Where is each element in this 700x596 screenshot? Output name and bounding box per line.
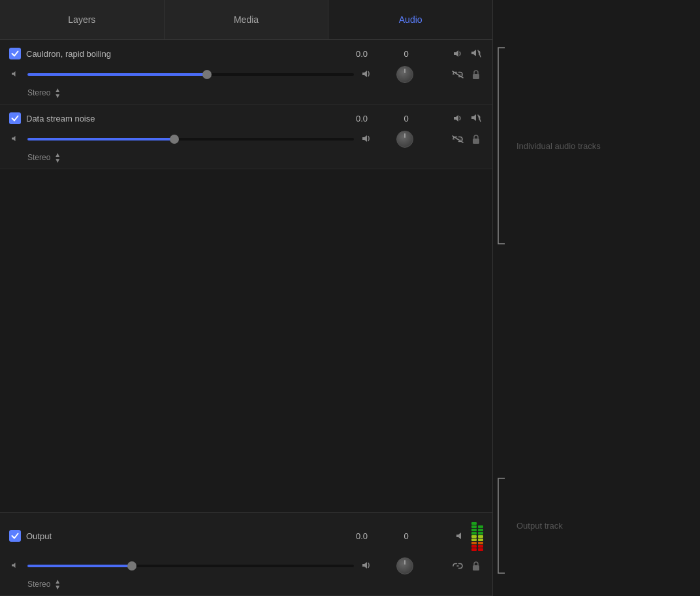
track-checkbox[interactable] bbox=[9, 112, 21, 124]
audio-panel: Layers Media Audio Cauldron, rapid bbox=[0, 0, 493, 596]
volume-slider[interactable] bbox=[27, 73, 354, 76]
output-volume-value: 0.0 bbox=[349, 531, 375, 541]
empty-area bbox=[0, 169, 492, 512]
output-bottom-icons bbox=[431, 559, 483, 573]
stereo-select[interactable]: ▲ ▼ bbox=[54, 87, 61, 99]
track-volume-value: 0.0 bbox=[349, 49, 375, 59]
output-track-annotation: Output track bbox=[493, 475, 689, 576]
track-name: Cauldron, rapid boiling bbox=[26, 49, 343, 59]
track-checkbox[interactable] bbox=[9, 48, 21, 59]
output-track-top: Output 0.0 0 bbox=[9, 520, 483, 552]
vol-high-icon bbox=[360, 69, 372, 80]
output-pan-knob[interactable] bbox=[396, 557, 413, 574]
pan-knob[interactable] bbox=[396, 66, 413, 83]
output-track-label: Output track bbox=[517, 521, 563, 531]
track-name: Data stream noise bbox=[26, 114, 343, 124]
speaker-icon[interactable] bbox=[451, 46, 465, 61]
slider-fill bbox=[27, 73, 207, 76]
vol-low-icon bbox=[9, 561, 21, 571]
output-bracket-svg bbox=[493, 475, 506, 576]
output-track-row: Output 0.0 0 bbox=[0, 513, 492, 596]
track-row: Cauldron, rapid boiling 0.0 0 bbox=[0, 40, 492, 105]
tab-layers[interactable]: Layers bbox=[0, 0, 165, 39]
output-track-section: Output 0.0 0 bbox=[0, 512, 492, 596]
slider-thumb[interactable] bbox=[202, 70, 212, 79]
output-lock-icon[interactable] bbox=[469, 559, 483, 573]
individual-tracks-label: Individual audio tracks bbox=[517, 141, 601, 151]
slider-fill bbox=[27, 138, 174, 141]
track-slider-row bbox=[9, 131, 483, 148]
lock-icon[interactable] bbox=[469, 132, 483, 146]
speaker-icon[interactable] bbox=[451, 111, 465, 125]
volume-slider[interactable] bbox=[27, 138, 354, 141]
track-controls bbox=[431, 46, 483, 61]
pan-knob-container bbox=[392, 131, 418, 148]
individual-tracks-annotation: Individual audio tracks bbox=[493, 44, 689, 247]
slider-thumb[interactable] bbox=[170, 135, 179, 144]
vol-high-icon bbox=[360, 561, 372, 572]
slider-fill bbox=[27, 565, 132, 567]
individual-bracket-svg bbox=[493, 44, 506, 247]
vol-low-icon bbox=[9, 70, 21, 80]
track-stereo-row: Stereo ▲ ▼ bbox=[27, 152, 483, 163]
svg-rect-2 bbox=[473, 74, 479, 79]
track-top-row: Data stream noise 0.0 0 bbox=[9, 111, 483, 125]
link-icon[interactable] bbox=[451, 67, 465, 82]
track-pan-value: 0 bbox=[393, 49, 419, 59]
lock-icon[interactable] bbox=[469, 67, 483, 82]
tracks-area: Cauldron, rapid boiling 0.0 0 bbox=[0, 40, 492, 596]
tab-bar: Layers Media Audio bbox=[0, 0, 492, 40]
track-top-row: Cauldron, rapid boiling 0.0 0 bbox=[9, 46, 483, 61]
link-icon[interactable] bbox=[451, 132, 465, 146]
tab-audio[interactable]: Audio bbox=[328, 0, 492, 39]
mute-slash-icon[interactable] bbox=[469, 111, 483, 125]
annotation-panel: Individual audio tracks Output track bbox=[493, 0, 700, 596]
track-volume-value: 0.0 bbox=[349, 114, 375, 124]
track-bottom-icons bbox=[431, 132, 483, 146]
stereo-select[interactable]: ▲ ▼ bbox=[54, 152, 61, 163]
output-pan-value: 0 bbox=[393, 531, 419, 541]
tab-media[interactable]: Media bbox=[165, 0, 329, 39]
output-volume-slider[interactable] bbox=[27, 565, 354, 567]
output-slider-row bbox=[9, 557, 483, 574]
track-controls bbox=[431, 111, 483, 125]
svg-rect-5 bbox=[473, 139, 479, 144]
stereo-label: Stereo bbox=[27, 153, 50, 162]
vu-meter bbox=[471, 520, 483, 552]
track-bottom-icons bbox=[431, 67, 483, 82]
output-checkbox[interactable] bbox=[9, 530, 21, 542]
pan-knob-container bbox=[392, 66, 418, 83]
pan-knob[interactable] bbox=[396, 131, 413, 148]
output-pan-knob-container bbox=[392, 557, 418, 574]
output-stereo-row: Stereo ▲ ▼ bbox=[27, 578, 483, 590]
individual-tracks-section: Cauldron, rapid boiling 0.0 0 bbox=[0, 40, 492, 169]
stereo-label: Stereo bbox=[27, 88, 50, 97]
output-stereo-select[interactable]: ▲ ▼ bbox=[54, 578, 61, 590]
track-pan-value: 0 bbox=[393, 114, 419, 124]
output-track-name: Output bbox=[26, 531, 343, 541]
track-stereo-row: Stereo ▲ ▼ bbox=[27, 87, 483, 99]
svg-rect-7 bbox=[473, 565, 479, 571]
mute-slash-icon[interactable] bbox=[469, 46, 483, 61]
output-speaker-icon[interactable] bbox=[453, 529, 468, 543]
output-link-icon[interactable] bbox=[451, 559, 465, 573]
stereo-label: Stereo bbox=[27, 580, 50, 589]
vol-high-icon bbox=[360, 134, 372, 145]
track-row: Data stream noise 0.0 0 bbox=[0, 105, 492, 169]
track-slider-row bbox=[9, 66, 483, 83]
slider-thumb[interactable] bbox=[127, 561, 136, 571]
output-icons bbox=[431, 520, 483, 552]
vol-low-icon bbox=[9, 135, 21, 144]
